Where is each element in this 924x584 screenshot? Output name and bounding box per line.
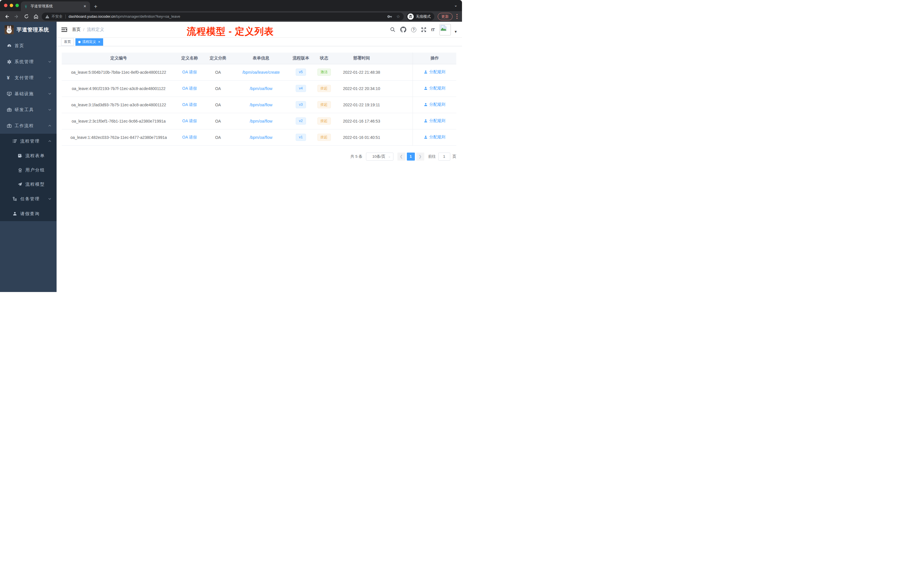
col-definition-id: 定义编号: [62, 53, 176, 64]
col-form-info: 表单信息: [233, 53, 289, 64]
user-avatar[interactable]: [439, 24, 451, 35]
chevron-down-icon: [48, 76, 51, 79]
back-icon[interactable]: [3, 13, 11, 21]
chevron-up-icon: [48, 139, 51, 143]
status-tag: 激活: [317, 69, 331, 76]
browser-tabstrip: 芋道管理系统 ✕ + ⌄: [0, 0, 462, 11]
briefcase-icon: [7, 124, 12, 128]
new-tab-button[interactable]: +: [94, 4, 97, 10]
definition-name-link[interactable]: OA 请假: [182, 70, 197, 74]
close-window-button[interactable]: [4, 4, 7, 7]
breadcrumb-home[interactable]: 首页: [72, 27, 81, 32]
next-page-button[interactable]: ❯: [416, 153, 424, 160]
tag-home[interactable]: 首页: [61, 38, 74, 46]
definition-name-link[interactable]: OA 请假: [182, 135, 197, 139]
monitor-icon: [7, 91, 12, 96]
forward-icon[interactable]: [13, 13, 21, 21]
definition-name-link[interactable]: OA 请假: [182, 119, 197, 123]
sidebar-item-infra[interactable]: 基础设施: [0, 86, 56, 102]
sidebar-logo[interactable]: 芋道管理系统: [0, 22, 56, 38]
home-icon[interactable]: [32, 13, 40, 21]
sidebar-item-system[interactable]: 系统管理: [0, 54, 56, 70]
goto-page-input[interactable]: [438, 153, 450, 160]
col-process-version: 流程版本: [289, 53, 312, 64]
favicon-seedling-icon: [24, 4, 28, 8]
breadcrumb: 首页 / 流程定义: [72, 27, 104, 32]
assign-rule-button[interactable]: 分配规则: [424, 86, 445, 91]
sidebar-item-process-model[interactable]: 流程模型: [0, 177, 56, 191]
toolbox-icon: [7, 107, 12, 112]
definition-id: oa_leave:1:482ec033-762a-11ec-8477-a2380…: [62, 129, 176, 145]
url-bar[interactable]: 不安全 dashboard.yudao.iocoder.cn/bpm/manag…: [42, 13, 404, 21]
sidebar-item-process-form[interactable]: 流程表单: [0, 148, 56, 163]
people-icon: [18, 168, 23, 173]
security-label[interactable]: 不安全: [51, 14, 63, 19]
status-tag: 挂起: [317, 85, 331, 92]
tab-close-icon[interactable]: ✕: [82, 4, 87, 8]
dashboard-icon: [7, 43, 12, 48]
sidebar-menu: 首页 系统管理 ¥ 支付管理 基础设施: [0, 38, 56, 221]
tag-process-definition[interactable]: 流程定义 ✕: [76, 38, 103, 46]
maximize-window-button[interactable]: [15, 4, 19, 7]
form-link[interactable]: /bpm/oa/flow: [250, 102, 272, 107]
sidebar-item-user-group[interactable]: 用户分组: [0, 163, 56, 177]
assign-rule-button[interactable]: 分配规则: [424, 118, 445, 124]
github-icon[interactable]: [400, 26, 406, 33]
definition-id: oa_leave:2:3c1f0ef1-76b1-11ec-9c66-a2380…: [62, 113, 176, 129]
minimize-window-button[interactable]: [10, 4, 13, 7]
breadcrumb-separator: /: [83, 27, 84, 32]
bookmark-star-icon[interactable]: ☆: [396, 14, 400, 19]
pagination-total: 共 5 条: [350, 154, 362, 159]
update-button[interactable]: 更新: [438, 13, 452, 20]
deploy-time: 2022-01-22 21:48:38: [336, 64, 387, 80]
password-key-icon[interactable]: [387, 14, 392, 19]
gear-icon: [7, 59, 12, 64]
browser-menu-icon[interactable]: [457, 14, 458, 19]
sidebar-item-devtools[interactable]: 研发工具: [0, 102, 56, 118]
url-path: /bpm/manager/definition?key=oa_leave: [115, 14, 180, 18]
form-link[interactable]: /bpm/oa/flow: [250, 86, 272, 91]
sidebar-item-task-mgmt[interactable]: 任务管理: [0, 191, 56, 206]
version-tag: v3: [296, 101, 306, 108]
table-row: oa_leave:4:991f2193-7b7f-11ec-a3c8-acde4…: [62, 80, 456, 97]
form-link[interactable]: /bpm/oa/flow: [250, 135, 272, 140]
goto-label: 前往: [428, 154, 436, 159]
form-link[interactable]: /bpm/oa/leave/create: [242, 70, 280, 74]
tab-search-caret-icon[interactable]: ⌄: [454, 3, 457, 7]
table-row: oa_leave:5:004b710b-7b8a-11ec-8ef0-acde4…: [62, 64, 456, 80]
sidebar-item-process-mgmt[interactable]: 流程管理: [0, 134, 56, 148]
status-tag: 挂起: [317, 101, 331, 108]
definition-category: OA: [203, 64, 233, 80]
help-icon[interactable]: ?: [411, 27, 416, 32]
page-size-select[interactable]: 10条/页 ⌄: [366, 153, 393, 160]
definition-category: OA: [203, 113, 233, 129]
sidebar-item-workflow[interactable]: 工作流程: [0, 118, 56, 134]
fullscreen-icon[interactable]: [421, 27, 426, 32]
sidebar-item-leave-query[interactable]: 请假查询: [0, 206, 56, 221]
user-menu-caret-icon[interactable]: ▼: [454, 30, 457, 34]
sidebar-item-home[interactable]: 首页: [0, 38, 56, 54]
current-page-button[interactable]: 1: [407, 153, 415, 160]
browser-tab[interactable]: 芋道管理系统 ✕: [21, 2, 90, 11]
table-row: oa_leave:1:482ec033-762a-11ec-8477-a2380…: [62, 129, 456, 145]
form-link[interactable]: /bpm/oa/flow: [250, 119, 272, 124]
sidebar-item-payment[interactable]: ¥ 支付管理: [0, 70, 56, 86]
definition-id: oa_leave:3:1fad3d93-7b75-11ec-a3c8-acde4…: [62, 97, 176, 113]
assign-rule-button[interactable]: 分配规则: [424, 135, 445, 140]
tag-close-icon[interactable]: ✕: [98, 40, 100, 43]
annotation-title: 流程模型 - 定义列表: [187, 25, 274, 38]
assign-rule-button[interactable]: 分配规则: [424, 102, 445, 107]
table-header-row: 定义编号 定义名称 定义分类 表单信息 流程版本 状态 部署时间 操作: [62, 53, 456, 64]
assign-rule-button[interactable]: 分配规则: [424, 69, 445, 74]
search-icon[interactable]: [390, 27, 396, 32]
definition-name-link[interactable]: OA 请假: [182, 102, 197, 107]
chevron-down-icon: ⌄: [388, 155, 391, 158]
reload-icon[interactable]: [22, 13, 30, 21]
version-tag: v1: [296, 134, 306, 141]
tags-view-bar: 首页 流程定义 ✕: [56, 38, 462, 46]
definition-name-link[interactable]: OA 请假: [182, 86, 197, 91]
prev-page-button[interactable]: ❮: [398, 153, 406, 160]
sidebar-collapse-icon[interactable]: [61, 26, 68, 33]
font-size-icon[interactable]: tT: [431, 27, 435, 32]
version-tag: v4: [296, 85, 306, 92]
